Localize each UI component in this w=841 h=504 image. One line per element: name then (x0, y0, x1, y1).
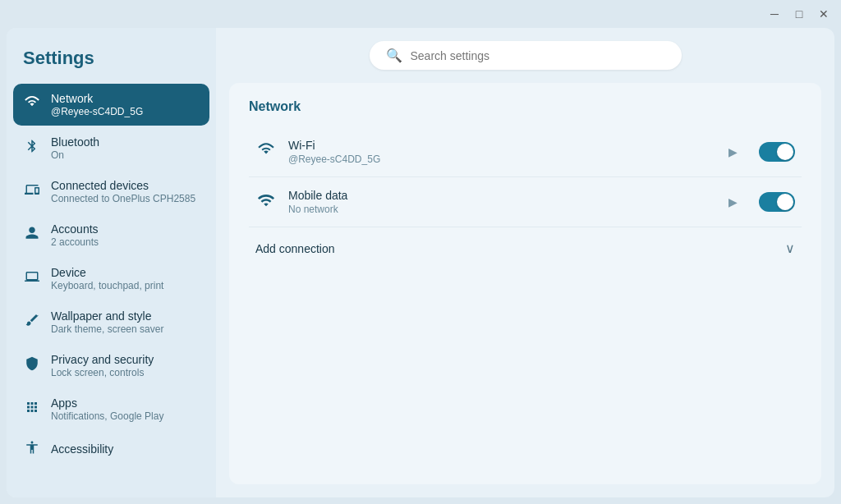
sidebar-apps-sub: Notifications, Google Play (51, 410, 163, 422)
accessibility-icon (23, 440, 41, 459)
sidebar-accounts-sub: 2 accounts (51, 236, 99, 248)
sidebar-accessibility-label: Accessibility (51, 442, 113, 456)
sidebar-bluetooth-sub: On (51, 149, 99, 161)
app-window: Settings Network @Reyee-sC4DD_5G Bluetoo… (7, 28, 834, 497)
add-connection-label: Add connection (255, 242, 335, 255)
sidebar-device-label: Device (51, 266, 163, 279)
sidebar-devices-label: Connected devices (51, 179, 195, 192)
signal-icon (255, 191, 277, 213)
mobile-text: Mobile data No network (288, 189, 717, 215)
sidebar-item-network[interactable]: Network @Reyee-sC4DD_5G (13, 84, 209, 126)
sidebar-item-accounts[interactable]: Accounts 2 accounts (13, 214, 209, 256)
sidebar-item-accessibility[interactable]: Accessibility (13, 432, 209, 467)
shield-icon (23, 356, 41, 375)
wifi-sub: @Reyee-sC4DD_5G (288, 153, 717, 165)
content-panel: Network Wi-Fi @Reyee-sC4DD_5G ▶ (229, 83, 821, 484)
search-input[interactable] (411, 49, 665, 62)
wifi-row[interactable]: Wi-Fi @Reyee-sC4DD_5G ▶ (249, 127, 802, 177)
mobile-arrow-icon: ▶ (728, 195, 738, 208)
sidebar-devices-sub: Connected to OnePlus CPH2585 (51, 193, 195, 204)
wifi-arrow-icon: ▶ (728, 145, 738, 158)
mobile-name: Mobile data (288, 189, 717, 202)
wifi-toggle[interactable] (759, 142, 795, 162)
sidebar: Settings Network @Reyee-sC4DD_5G Bluetoo… (7, 28, 216, 497)
sidebar-privacy-sub: Lock screen, controls (51, 367, 154, 378)
devices-icon (23, 182, 41, 201)
wifi-net-icon (255, 141, 277, 163)
add-connection[interactable]: Add connection ∨ (249, 227, 802, 259)
sidebar-network-label: Network (51, 92, 143, 105)
close-button[interactable]: ✕ (816, 7, 831, 21)
titlebar: ─ □ ✕ (0, 0, 841, 28)
wifi-name: Wi-Fi (288, 139, 717, 152)
wifi-icon (23, 94, 41, 115)
person-icon (23, 226, 41, 245)
bluetooth-icon (23, 139, 41, 158)
maximize-button[interactable]: □ (792, 7, 807, 21)
main-area: 🔍 Network Wi-Fi @Reyee-sC4DD_5G ▶ (216, 28, 834, 497)
sidebar-bluetooth-label: Bluetooth (51, 135, 99, 149)
apps-icon (23, 400, 41, 419)
sidebar-item-privacy[interactable]: Privacy and security Lock screen, contro… (13, 345, 209, 387)
sidebar-title: Settings (13, 41, 209, 82)
sidebar-item-device[interactable]: Device Keyboard, touchpad, print (13, 258, 209, 300)
search-icon: 🔍 (386, 48, 402, 63)
sidebar-item-connected-devices[interactable]: Connected devices Connected to OnePlus C… (13, 171, 209, 213)
wifi-text: Wi-Fi @Reyee-sC4DD_5G (288, 139, 717, 165)
mobile-data-row[interactable]: Mobile data No network ▶ (249, 177, 802, 227)
section-title: Network (249, 99, 802, 114)
minimize-button[interactable]: ─ (767, 7, 782, 21)
sidebar-wallpaper-sub: Dark theme, screen saver (51, 323, 163, 335)
sidebar-wallpaper-label: Wallpaper and style (51, 309, 163, 323)
sidebar-item-wallpaper[interactable]: Wallpaper and style Dark theme, screen s… (13, 301, 209, 343)
brush-icon (23, 313, 41, 332)
sidebar-item-bluetooth[interactable]: Bluetooth On (13, 127, 209, 169)
mobile-sub: No network (288, 204, 717, 215)
mobile-toggle[interactable] (759, 192, 795, 212)
sidebar-apps-label: Apps (51, 396, 163, 410)
search-bar-wrap: 🔍 (229, 41, 821, 70)
sidebar-network-sub: @Reyee-sC4DD_5G (51, 106, 143, 117)
laptop-icon (23, 269, 41, 288)
chevron-down-icon: ∨ (785, 241, 795, 256)
sidebar-device-sub: Keyboard, touchpad, print (51, 280, 163, 291)
search-bar: 🔍 (370, 41, 682, 70)
sidebar-accounts-label: Accounts (51, 222, 99, 236)
sidebar-item-apps[interactable]: Apps Notifications, Google Play (13, 388, 209, 430)
sidebar-privacy-label: Privacy and security (51, 353, 154, 366)
